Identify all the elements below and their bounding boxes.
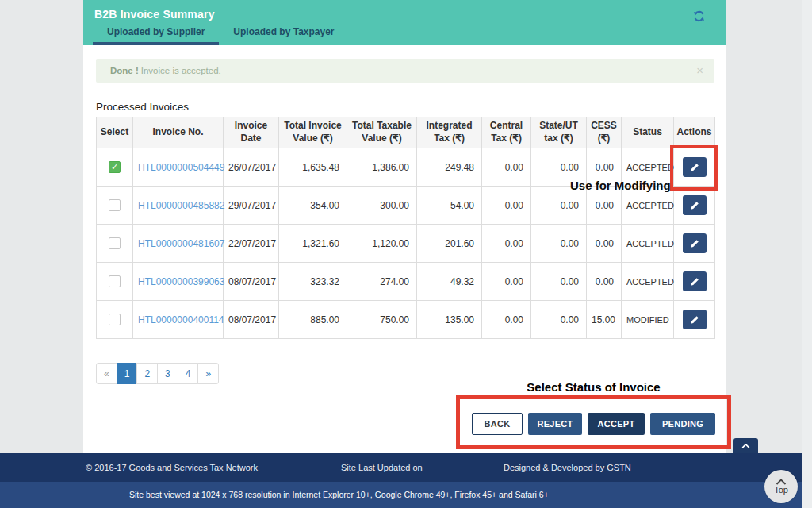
column-header-central_tax: Central Tax (₹)	[482, 117, 531, 148]
edit-button[interactable]	[683, 310, 707, 329]
tab-uploaded-by-supplier[interactable]: Uploaded by Supplier	[93, 21, 219, 45]
central_tax-cell: 0.00	[482, 301, 531, 339]
select-cell	[97, 225, 133, 263]
total_taxable_value-cell: 300.00	[347, 187, 417, 225]
page-button-4[interactable]: 4	[178, 363, 199, 384]
integrated_tax-cell: 54.00	[417, 187, 482, 225]
row-checkbox[interactable]	[109, 275, 121, 287]
pencil-icon	[690, 239, 699, 248]
table-row: HTL000000040011408/07/2017885.00750.0013…	[97, 301, 715, 339]
accept-button[interactable]: ACCEPT	[588, 413, 645, 435]
total_invoice_value-cell: 1,321.60	[279, 225, 347, 263]
select-cell: ✓	[97, 148, 133, 187]
page-button-»[interactable]: »	[197, 363, 219, 384]
edit-button[interactable]	[683, 271, 707, 291]
invoice_no-cell: HTL0000000400114	[133, 301, 224, 339]
pencil-icon	[690, 163, 699, 172]
panel-header: B2B Invoice Summary Uploaded by Supplier…	[83, 0, 726, 45]
table-row: HTL000000048160722/07/20171,321.601,120.…	[97, 225, 715, 263]
total_invoice_value-cell: 354.00	[279, 187, 347, 225]
edit-button[interactable]	[683, 233, 707, 253]
table-header-row: SelectInvoice No.Invoice DateTotal Invoi…	[97, 117, 715, 148]
actions-cell	[674, 225, 715, 263]
central_tax-cell: 0.00	[482, 148, 531, 187]
column-header-integrated_tax: Integrated Tax (₹)	[417, 117, 482, 148]
cess-cell: 15.00	[587, 301, 622, 339]
close-icon[interactable]: ×	[696, 59, 703, 83]
alert-title: Done !	[110, 66, 139, 75]
cess-cell: 0.00	[587, 225, 622, 263]
row-checkbox[interactable]	[109, 199, 121, 211]
top-button-label: Top	[774, 486, 788, 495]
row-checkbox[interactable]	[109, 314, 121, 325]
invoice-link[interactable]: HTL0000000504449	[138, 162, 224, 173]
row-checkbox[interactable]: ✓	[109, 161, 121, 173]
central_tax-cell: 0.00	[482, 263, 531, 301]
edit-button[interactable]	[683, 157, 707, 177]
pending-button[interactable]: PENDING	[650, 413, 715, 435]
column-header-total_taxable_value: Total Taxable Value (₹)	[347, 117, 417, 148]
status-action-buttons: BACKREJECTACCEPTPENDING	[472, 413, 715, 435]
page-button-1[interactable]: 1	[117, 363, 138, 384]
integrated_tax-cell: 249.48	[417, 148, 482, 187]
state_ut_tax-cell: 0.00	[531, 301, 587, 339]
status-cell: ACCEPTED	[622, 263, 674, 301]
footer-links-bar: © 2016-17 Goods and Services Tax Network…	[0, 453, 812, 482]
invoice_date-cell: 22/07/2017	[224, 225, 279, 263]
back-button[interactable]: BACK	[472, 413, 523, 435]
actions-cell	[674, 263, 715, 301]
chevron-up-icon	[776, 479, 787, 485]
integrated_tax-cell: 49.32	[417, 263, 482, 301]
invoices-table: SelectInvoice No.Invoice DateTotal Invoi…	[96, 117, 715, 339]
invoice-link[interactable]: HTL0000000481607	[138, 238, 224, 249]
footer-copyright: © 2016-17 Goods and Services Tax Network	[86, 463, 258, 472]
pencil-icon	[690, 315, 699, 325]
column-header-total_invoice_value: Total Invoice Value (₹)	[279, 117, 347, 148]
page-title: B2B Invoice Summary	[94, 8, 215, 21]
footer-best-viewed: Site best viewed at 1024 x 768 resolutio…	[129, 490, 549, 499]
tab-uploaded-by-taxpayer[interactable]: Uploaded by Taxpayer	[219, 21, 348, 45]
scrollbar[interactable]	[802, 0, 812, 508]
annotation-modify-label: Use for Modifying	[570, 179, 671, 192]
pencil-icon	[690, 201, 699, 210]
reject-button[interactable]: REJECT	[528, 413, 582, 435]
scroll-to-top-button[interactable]: Top	[764, 470, 798, 503]
invoice_no-cell: HTL0000000485882	[133, 187, 224, 225]
footer-notice-bar: Site best viewed at 1024 x 768 resolutio…	[0, 482, 812, 508]
invoice-link[interactable]: HTL0000000399063	[138, 276, 224, 287]
column-header-status: Status	[622, 117, 674, 148]
invoice_no-cell: HTL0000000504449	[133, 148, 224, 187]
pagination: «1234»	[96, 363, 219, 384]
refresh-icon[interactable]	[693, 10, 705, 25]
pencil-icon	[690, 277, 699, 287]
invoice_no-cell: HTL0000000399063	[133, 263, 224, 301]
collapse-footer-button[interactable]	[733, 438, 758, 453]
invoice_date-cell: 08/07/2017	[224, 301, 279, 339]
total_taxable_value-cell: 1,120.00	[347, 225, 417, 263]
total_invoice_value-cell: 1,635.48	[279, 148, 347, 187]
tabs: Uploaded by Supplier Uploaded by Taxpaye…	[93, 21, 349, 45]
invoice-link[interactable]: HTL0000000485882	[138, 200, 224, 211]
invoice_no-cell: HTL0000000481607	[133, 225, 224, 263]
central_tax-cell: 0.00	[482, 225, 531, 263]
footer-designed-by: Designed & Developed by GSTN	[504, 463, 631, 472]
table-row: HTL000000039906308/07/2017323.32274.0049…	[97, 263, 715, 301]
select-cell	[97, 301, 133, 339]
row-checkbox[interactable]	[109, 237, 121, 249]
actions-cell	[674, 301, 715, 339]
status-cell: ACCEPTED	[622, 225, 674, 263]
success-alert: Done !Invoice is accepted. ×	[96, 59, 714, 83]
column-header-invoice_no: Invoice No.	[133, 117, 224, 148]
invoice-link[interactable]: HTL0000000400114	[138, 314, 224, 325]
page-button-2[interactable]: 2	[136, 363, 158, 384]
integrated_tax-cell: 201.60	[417, 225, 482, 263]
column-header-actions: Actions	[674, 117, 715, 148]
edit-button[interactable]	[683, 195, 707, 215]
total_taxable_value-cell: 1,386.00	[347, 148, 417, 187]
actions-cell	[674, 148, 715, 187]
state_ut_tax-cell: 0.00	[531, 263, 587, 301]
column-header-select: Select	[97, 117, 133, 148]
page-button-3[interactable]: 3	[157, 363, 178, 384]
section-title: Processed Invoices	[96, 101, 189, 113]
chevron-up-icon	[741, 444, 750, 448]
